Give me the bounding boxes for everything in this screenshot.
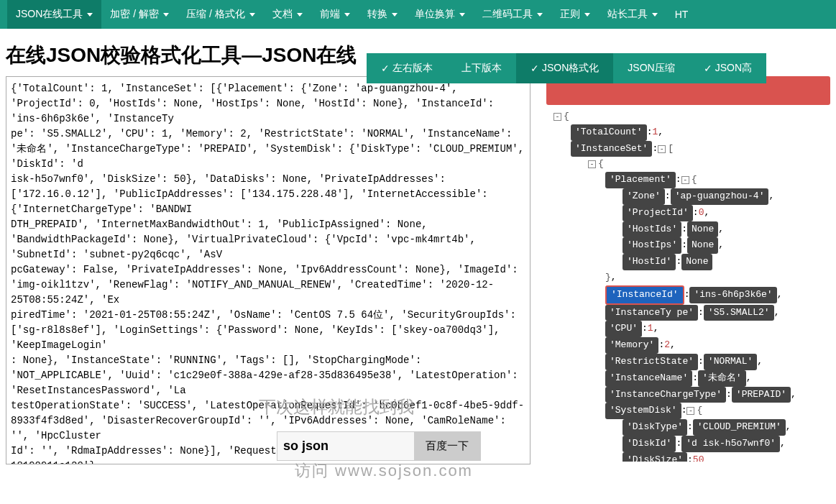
search-widget: 百度一下 bbox=[277, 431, 481, 461]
nav-item[interactable]: 站长工具 bbox=[599, 0, 666, 29]
tree-toggle[interactable]: - bbox=[686, 407, 694, 415]
nav-item[interactable]: 前端 bbox=[311, 0, 359, 29]
nav-item[interactable]: 加密 / 解密 bbox=[101, 0, 178, 29]
tab-strip: ✓左右版本上下版本✓JSON格式化JSON压缩✓JSON高 bbox=[367, 53, 766, 83]
chevron-down-icon bbox=[344, 13, 350, 17]
chevron-down-icon bbox=[459, 13, 465, 17]
json-tree[interactable]: -{'TotalCount':1,'InstanceSet':-[-{'Plac… bbox=[546, 109, 830, 462]
check-icon: ✓ bbox=[704, 63, 712, 74]
tree-toggle[interactable]: - bbox=[681, 176, 689, 184]
nav-item[interactable]: 正则 bbox=[551, 0, 599, 29]
tree-toggle[interactable]: - bbox=[553, 113, 561, 121]
tab[interactable]: ✓左右版本 bbox=[367, 53, 447, 83]
tree-toggle[interactable]: - bbox=[658, 145, 666, 153]
chevron-down-icon bbox=[249, 13, 255, 17]
chevron-down-icon bbox=[652, 13, 658, 17]
search-button[interactable]: 百度一下 bbox=[414, 432, 480, 460]
tab[interactable]: JSON压缩 bbox=[613, 53, 689, 83]
nav-item[interactable]: HT bbox=[666, 0, 697, 29]
nav-item[interactable]: 二维码工具 bbox=[474, 0, 551, 29]
chevron-down-icon bbox=[584, 13, 590, 17]
nav-item[interactable]: 压缩 / 格式化 bbox=[178, 0, 264, 29]
chevron-down-icon bbox=[297, 13, 303, 17]
nav-item[interactable]: JSON在线工具 bbox=[7, 0, 101, 29]
tab[interactable]: 上下版本 bbox=[447, 53, 516, 83]
check-icon: ✓ bbox=[381, 63, 390, 74]
chevron-down-icon bbox=[87, 13, 93, 17]
nav-item[interactable]: 单位换算 bbox=[406, 0, 474, 29]
chevron-down-icon bbox=[537, 13, 543, 17]
tree-toggle[interactable]: - bbox=[588, 160, 596, 168]
json-input[interactable] bbox=[6, 76, 530, 464]
chevron-down-icon bbox=[163, 13, 169, 17]
watermark-url: 访问 www.sojson.com bbox=[295, 460, 473, 467]
chevron-down-icon bbox=[392, 13, 398, 17]
top-nav: JSON在线工具加密 / 解密压缩 / 格式化文档前端转换单位换算二维码工具正则… bbox=[0, 0, 836, 29]
search-input[interactable] bbox=[277, 433, 414, 459]
tab[interactable]: ✓JSON高 bbox=[689, 53, 766, 83]
nav-item[interactable]: 转换 bbox=[359, 0, 406, 29]
check-icon: ✓ bbox=[530, 63, 539, 74]
nav-item[interactable]: 文档 bbox=[264, 0, 311, 29]
tab[interactable]: ✓JSON格式化 bbox=[516, 53, 613, 83]
